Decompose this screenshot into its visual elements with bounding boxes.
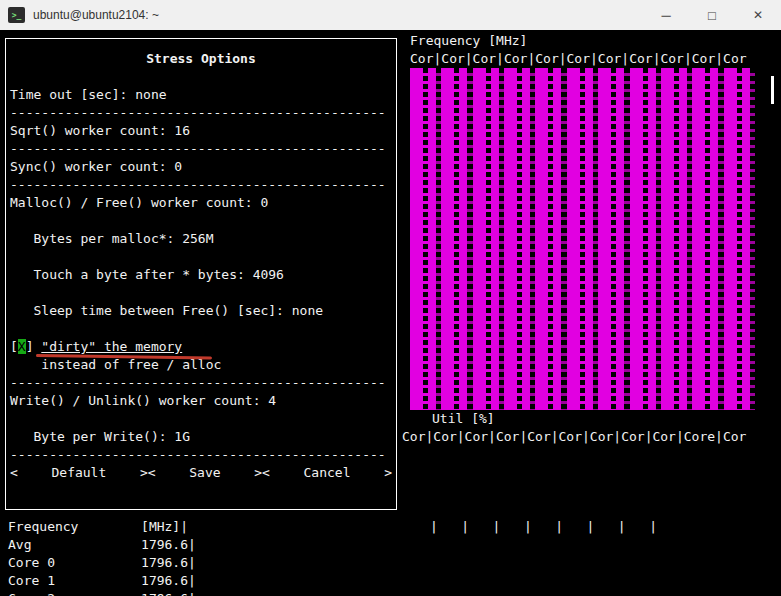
sqrt-worker-field[interactable]: Sqrt() worker count: 16 [10, 122, 392, 140]
frequency-table-header: Frequency [MHz]|| | | | | | | | [8, 518, 196, 536]
sleep-time-field[interactable]: Sleep time between Free() [sec]: none [10, 302, 392, 320]
table-row-core1: Core 1 1796.6| [8, 572, 196, 590]
close-icon: ✕ [753, 8, 763, 22]
core-frequency-bar [567, 68, 598, 410]
malloc-worker-field[interactable]: Malloc() / Free() worker count: 0 [10, 194, 392, 212]
table-row-core0: Core 0 1796.6| [8, 554, 196, 572]
byte-per-write-field[interactable]: Byte per Write(): 1G [10, 428, 392, 446]
save-button[interactable]: Save [189, 464, 220, 482]
spacer-row [10, 248, 392, 266]
frequency-panel-title: Frequency [MHz] [410, 32, 527, 50]
core-frequency-bar [473, 68, 504, 410]
checkbox-close-bracket: ] [26, 339, 42, 354]
separator: ----------------------------------------… [10, 140, 392, 158]
titlebar[interactable]: >_ ubuntu@ubuntu2104: ~ ─ □ ✕ [0, 0, 781, 30]
core-frequency-bar [535, 68, 566, 410]
core-frequency-bar [630, 68, 661, 410]
core-frequency-bar [724, 68, 755, 410]
frequency-graph [410, 68, 755, 410]
separator: ----------------------------------------… [10, 446, 392, 464]
frequency-core-header: Cor|Cor|Cor|Cor|Cor|Cor|Cor|Cor|Cor|Cor|… [410, 50, 747, 68]
minimize-icon: ─ [661, 8, 670, 23]
dialog-buttons-row: <Default><Save><Cancel> [10, 464, 392, 482]
window-title: ubuntu@ubuntu2104: ~ [33, 8, 159, 22]
scrollbar[interactable] [771, 30, 781, 596]
terminal-app-icon: >_ [8, 7, 25, 23]
close-button[interactable]: ✕ [735, 0, 781, 30]
terminal-screen[interactable]: Stress Options Time out [sec]: none ----… [0, 30, 781, 596]
core-frequency-bar [504, 68, 535, 410]
dialog-title: Stress Options [10, 50, 392, 68]
dirty-memory-checkbox[interactable]: X [18, 339, 26, 354]
stress-options-dialog: Stress Options Time out [sec]: none ----… [5, 38, 397, 510]
terminal-icon: >_ [12, 11, 22, 20]
util-core-header: Cor|Cor|Cor|Cor|Cor|Cor|Cor|Cor|Cor|Core… [402, 428, 746, 446]
timeout-field[interactable]: Time out [sec]: none [10, 86, 392, 104]
bytes-per-malloc-field[interactable]: Bytes per malloc*: 256M [10, 230, 392, 248]
button-bracket: >< [254, 464, 270, 482]
frequency-table-header-label: Frequency [MHz]| [8, 519, 188, 534]
core-frequency-bar [598, 68, 629, 410]
button-bracket: < [10, 464, 18, 482]
touch-byte-field[interactable]: Touch a byte after * bytes: 4096 [10, 266, 392, 284]
spacer-row [10, 284, 392, 302]
table-row-avg: Avg 1796.6| [8, 536, 196, 554]
write-unlink-field[interactable]: Write() / Unlink() worker count: 4 [10, 392, 392, 410]
spacer-row [10, 320, 392, 338]
spacer-row [10, 212, 392, 230]
cancel-button[interactable]: Cancel [304, 464, 351, 482]
core-frequency-bar [410, 68, 441, 410]
titlebar-left: >_ ubuntu@ubuntu2104: ~ [0, 7, 159, 23]
maximize-icon: □ [708, 8, 716, 23]
core-frequency-bar [692, 68, 723, 410]
spacer-row [10, 68, 392, 86]
sync-worker-field[interactable]: Sync() worker count: 0 [10, 158, 392, 176]
core-frequency-bar [441, 68, 472, 410]
button-bracket: >< [140, 464, 156, 482]
scrollbar-thumb[interactable] [771, 76, 774, 104]
frequency-table: Frequency [MHz]|| | | | | | | | Avg 1796… [8, 518, 196, 596]
frequency-table-grid-pipes: | | | | | | | | [430, 518, 657, 536]
terminal-window: >_ ubuntu@ubuntu2104: ~ ─ □ ✕ Stress Opt… [0, 0, 781, 596]
spacer-row [10, 410, 392, 428]
default-button[interactable]: Default [51, 464, 106, 482]
dirty-memory-row: [X] "dirty" the memory [10, 338, 392, 356]
separator: ----------------------------------------… [10, 374, 392, 392]
button-bracket: > [384, 464, 392, 482]
core-frequency-bar [661, 68, 692, 410]
window-controls: ─ □ ✕ [643, 0, 781, 30]
separator: ----------------------------------------… [10, 104, 392, 122]
checkbox-open-bracket: [ [10, 339, 18, 354]
table-row-core2: Core 2 1796.6| [8, 590, 196, 596]
util-panel-title: Util [%] [432, 410, 495, 428]
minimize-button[interactable]: ─ [643, 0, 689, 30]
dirty-memory-label[interactable]: "dirty" the memory [41, 339, 182, 354]
maximize-button[interactable]: □ [689, 0, 735, 30]
separator: ----------------------------------------… [10, 176, 392, 194]
